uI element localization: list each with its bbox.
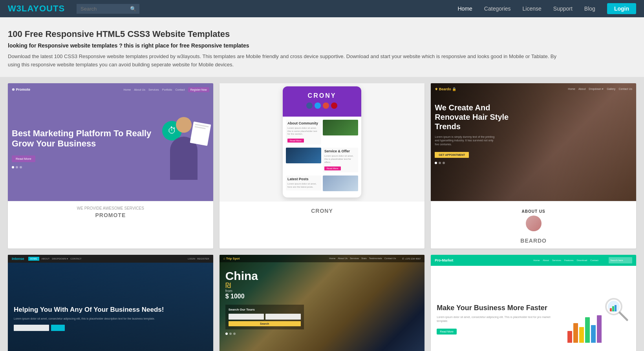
promote-subtitle: WE PROVIDE AWESOME SERVICES — [12, 206, 209, 210]
tripspot-preview: ⌂ Trip Spot Home About Us Services Stats… — [220, 255, 425, 351]
card-crony[interactable]: CRONY Ab — [220, 83, 425, 249]
svg-rect-3 — [610, 308, 612, 311]
promarket-chart — [567, 296, 630, 343]
promote-logo: ⊛ Promote — [12, 88, 30, 91]
card-promarket[interactable]: Pro-Market Home About Services Features … — [431, 255, 636, 351]
search-container: 🔍 — [77, 4, 139, 14]
promote-headline: Best Marketing Platform To Really Grow Y… — [12, 128, 162, 149]
crony-title: CRONY — [223, 208, 421, 214]
promote-readmore-btn: Read More — [12, 155, 35, 162]
nav-categories[interactable]: Categories — [484, 5, 511, 12]
crony-phone: CRONY Ab — [283, 86, 361, 198]
promote-figure — [162, 117, 209, 180]
templates-grid: ⊛ Promote Home About Us Services Portfol… — [0, 77, 644, 351]
card-promote[interactable]: ⊛ Promote Home About Us Services Portfol… — [8, 83, 213, 249]
svg-rect-4 — [612, 306, 614, 311]
card-intense[interactable]: Intense HOME ABOUT DROPDOWN ▾ CONTACT LO… — [8, 255, 213, 351]
card-tripspot[interactable]: ⌂ Trip Spot Home About Us Services Stats… — [220, 255, 425, 351]
hero-subtitle: looking for Responsive website templates… — [8, 42, 636, 49]
nav-license[interactable]: License — [523, 5, 542, 12]
nav-blog[interactable]: Blog — [584, 5, 595, 12]
promarket-preview: Pro-Market Home About Services Features … — [431, 255, 636, 351]
crony-preview: CRONY Ab — [220, 83, 425, 201]
hero-description: Download the latest 100 CSS3 Responsive … — [8, 53, 558, 69]
nav-home[interactable]: Home — [457, 5, 472, 12]
intense-preview: Intense HOME ABOUT DROPDOWN ▾ CONTACT LO… — [8, 255, 213, 351]
promote-title: PROMOTE — [12, 212, 209, 218]
logo-text: W3LAYOUTS — [8, 4, 65, 13]
hero-title: 100 Free Responsive HTML5 CSS3 Website T… — [8, 29, 636, 39]
search-icon: 🔍 — [130, 6, 136, 12]
hero-section: 100 Free Responsive HTML5 CSS3 Website T… — [0, 17, 644, 77]
nav-support[interactable]: Support — [553, 5, 573, 12]
site-logo[interactable]: W3LAYOUTS — [8, 4, 65, 14]
nav-links: Home Categories License Support Blog Log… — [457, 3, 636, 14]
crony-footer: CRONY — [220, 201, 425, 219]
beardo-footer: ABOUT US BEARDO — [431, 201, 636, 249]
beardo-title: BEARDO — [435, 238, 632, 244]
login-button[interactable]: Login — [607, 3, 636, 14]
beardo-preview: ⚜ Beardo 🔒 Home About Dropdown ▾ Gallery… — [431, 83, 636, 201]
promote-footer: WE PROVIDE AWESOME SERVICES PROMOTE — [8, 201, 213, 223]
navbar: W3LAYOUTS 🔍 Home Categories License Supp… — [0, 0, 644, 17]
card-beardo[interactable]: ⚜ Beardo 🔒 Home About Dropdown ▾ Gallery… — [431, 83, 636, 249]
svg-line-2 — [620, 313, 627, 320]
promote-preview: ⊛ Promote Home About Us Services Portfol… — [8, 83, 213, 201]
svg-rect-5 — [615, 305, 617, 311]
beardo-about-image — [526, 216, 542, 231]
beardo-about-heading: ABOUT US — [439, 209, 628, 214]
